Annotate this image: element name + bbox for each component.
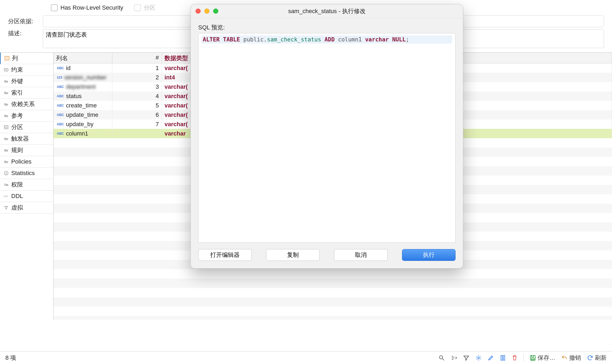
row-security-checkbox[interactable]: Has Row-Level Security [51,4,123,11]
filter-icon[interactable] [463,355,469,361]
sidebar-item-label: 索引 [11,89,23,97]
folder-icon [3,90,9,96]
zoom-icon[interactable] [213,9,218,14]
columns-icon [4,55,10,61]
folder-icon [3,113,9,119]
execute-button[interactable]: 执行 [402,249,456,261]
sidebar-item-依赖关系[interactable]: 依赖关系 [0,99,53,110]
ddl-icon: </> [3,193,9,199]
sidebar-item-约束[interactable]: 约束 [0,64,53,76]
minimize-icon[interactable] [204,9,209,14]
sidebar-item-label: 权限 [11,181,23,189]
grid-header-name[interactable]: 列名 [53,53,112,63]
folder-icon [3,159,9,165]
constraint-icon [3,67,9,73]
save-button[interactable]: 保存… [530,354,555,362]
sql-preview-text[interactable]: ALTER TABLE public.sam_check_status ADD … [198,33,456,243]
svg-point-16 [439,356,443,359]
sidebar-item-label: Statistics [11,170,35,177]
cancel-button[interactable]: 取消 [334,249,388,261]
refresh-button[interactable]: 刷新 [587,354,607,362]
type-tag-icon: ABC [56,94,64,98]
sidebar-item-label: 约束 [11,66,23,74]
sql-preview-label: SQL 预览: [198,24,456,32]
column-index [112,129,162,138]
column-index: 6 [112,110,162,119]
search-icon[interactable] [438,355,445,361]
folder-icon [3,101,9,107]
sidebar-item-索引[interactable]: 索引 [0,87,53,99]
sidebar-item-Statistics[interactable]: Statistics [0,168,53,179]
type-tag-icon: 123 [56,75,63,80]
sidebar-item-外键[interactable]: 外键 [0,76,53,87]
type-tag-icon: ABC [56,103,64,108]
type-tag-icon: ABC [56,84,64,89]
sidebar-item-Policies[interactable]: Policies [0,156,53,168]
virtual-icon [3,205,9,211]
sidebar-item-规则[interactable]: 规则 [0,145,53,156]
column-index: 1 [112,63,162,73]
column-index: 5 [112,101,162,110]
expand-icon[interactable] [451,355,457,361]
column-index: 4 [112,91,162,101]
copy-button[interactable]: 复制 [266,249,320,261]
sidebar-item-label: 列 [12,54,18,62]
sidebar-item-分区[interactable]: 分区 [0,122,53,133]
edit-icon[interactable] [488,355,494,361]
sidebar-item-label: 虚拟 [11,204,23,212]
svg-rect-0 [5,56,9,60]
column-name: version_number [64,74,106,81]
empty-row [53,316,612,320]
column-icon[interactable] [500,355,506,361]
open-editor-button[interactable]: 打开编辑器 [198,249,252,261]
empty-row [53,307,612,316]
sidebar-item-DDL[interactable]: </>DDL [0,191,53,202]
sidebar-item-label: 参考 [11,112,23,120]
column-index: 2 [112,73,162,82]
sidebar-item-权限[interactable]: 权限 [0,179,53,191]
svg-rect-19 [501,355,502,360]
partition-icon [3,124,9,130]
sidebar: 列约束外键索引依赖关系参考分区触发器规则PoliciesStatistics权限… [0,53,53,320]
empty-row [53,269,612,278]
svg-point-4 [6,69,7,70]
dialog-title: sam_check_status - 执行修改 [288,7,366,15]
row-security-label: Has Row-Level Security [60,4,123,11]
sidebar-item-参考[interactable]: 参考 [0,110,53,122]
folder-icon [3,136,9,142]
description-label: 描述: [8,29,43,37]
sidebar-item-label: DDL [11,193,23,200]
folder-icon [3,147,9,153]
dialog-titlebar: sam_check_status - 执行修改 [191,4,463,18]
gear-icon[interactable] [475,355,482,361]
svg-rect-20 [503,355,505,360]
undo-button[interactable]: 撤销 [561,354,581,362]
type-tag-icon: ABC [56,131,64,136]
svg-point-11 [5,184,6,185]
status-count: 8 项 [5,354,16,362]
sidebar-item-label: 依赖关系 [11,100,35,108]
sidebar-item-label: 规则 [11,146,23,154]
empty-row [53,297,612,307]
sidebar-item-虚拟[interactable]: 虚拟 [0,202,53,214]
delete-icon[interactable] [512,355,518,361]
grid-header-index[interactable]: # [112,53,162,63]
partition-checkbox: 分区 [134,4,155,12]
close-icon[interactable] [196,9,201,14]
column-name: department [66,83,96,90]
column-name: create_time [66,102,97,109]
info-icon [3,170,9,176]
type-tag-icon: ABC [56,66,64,70]
column-index: 7 [112,119,162,129]
empty-row [53,278,612,288]
sidebar-item-label: Policies [11,158,32,165]
empty-row [53,288,612,297]
sidebar-item-触发器[interactable]: 触发器 [0,133,53,145]
column-index: 3 [112,82,162,91]
type-tag-icon: ABC [56,113,64,117]
sidebar-item-列[interactable]: 列 [0,53,53,64]
column-name: update_by [66,121,94,128]
svg-text:</>: </> [3,195,8,198]
column-name: column1 [66,130,88,137]
partition-by-label: 分区依据: [8,17,43,25]
